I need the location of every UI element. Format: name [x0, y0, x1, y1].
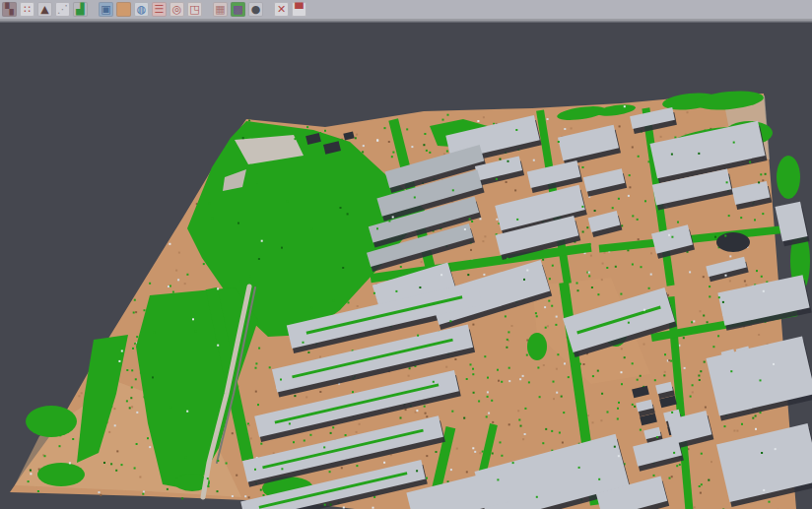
- extent-icon[interactable]: ◳: [187, 2, 202, 17]
- checker-icon[interactable]: ▦: [213, 2, 228, 17]
- layer-list-icon[interactable]: ☰: [152, 2, 167, 17]
- ground-tile-icon[interactable]: [116, 2, 131, 17]
- flag-icon[interactable]: ▀: [292, 2, 306, 17]
- display-panel-icon[interactable]: ▣: [99, 2, 113, 17]
- toolbar-separator: [266, 2, 271, 17]
- vegetation-patch: [26, 406, 77, 437]
- dark-feature: [716, 232, 750, 252]
- delete-table-icon[interactable]: ✕: [274, 2, 289, 17]
- vegetation-patch: [37, 463, 85, 486]
- vegetation-icon[interactable]: ▟: [73, 2, 88, 17]
- sparse-points-icon[interactable]: ⋰: [55, 2, 70, 17]
- terrain-icon[interactable]: ▲: [37, 2, 52, 17]
- vegetation-patch: [527, 333, 547, 360]
- toolbar-separator: [91, 2, 96, 17]
- dataset-icon[interactable]: ▚: [2, 2, 17, 17]
- target-icon[interactable]: ◎: [169, 2, 184, 17]
- vegetation-patch: [777, 156, 800, 199]
- scene-canvas[interactable]: [0, 23, 812, 509]
- sphere-icon[interactable]: ●: [248, 2, 263, 17]
- globe-icon[interactable]: ◍: [134, 2, 149, 17]
- toolbar-separator: [205, 2, 210, 17]
- classification-colormap-icon[interactable]: ▩: [231, 2, 245, 17]
- 3d-viewport[interactable]: [0, 23, 812, 509]
- align-points-icon[interactable]: ∷: [20, 2, 34, 17]
- main-toolbar: ▚∷▲⋰▟▣◍☰◎◳▦▩●✕▀: [0, 0, 812, 20]
